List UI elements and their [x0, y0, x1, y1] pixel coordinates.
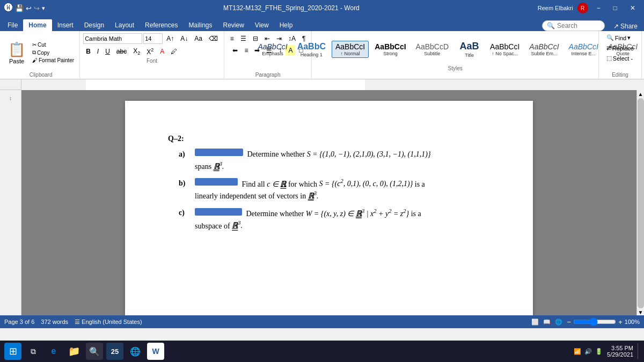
- share-label: Share: [620, 23, 638, 30]
- clipboard-group-label: Clipboard: [30, 72, 53, 79]
- svg-rect-1: [86, 79, 365, 90]
- style-heading1[interactable]: AaBbC Heading 1: [294, 40, 330, 58]
- zoom-slider[interactable]: [573, 317, 616, 326]
- tab-insert[interactable]: Insert: [52, 19, 79, 31]
- right-scrollbar[interactable]: ▲ ▼: [636, 90, 644, 315]
- style-strong-preview: AaBbCcI: [375, 42, 406, 51]
- cut-button[interactable]: ✂ Cut: [30, 41, 76, 48]
- superscript-button[interactable]: X2: [144, 46, 156, 57]
- bullets-button[interactable]: ≡: [228, 33, 237, 44]
- style-normal-preview: AaBbCcI: [335, 42, 365, 51]
- align-center-button[interactable]: ≡: [241, 45, 251, 56]
- scroll-thumb[interactable]: [638, 98, 644, 308]
- language-indicator: ☰ English (United States): [75, 319, 142, 326]
- tab-design[interactable]: Design: [79, 19, 109, 31]
- quick-access-redo[interactable]: ↪: [34, 4, 40, 12]
- strikethrough-button[interactable]: abc: [114, 46, 129, 57]
- subscript-button[interactable]: X2: [130, 46, 143, 57]
- view-normal-icon[interactable]: ⬜: [531, 319, 539, 326]
- style-normal[interactable]: AaBbCcI ↑ Normal: [332, 41, 369, 58]
- horizontal-ruler: [21, 79, 644, 90]
- tab-layout[interactable]: Layout: [109, 19, 140, 31]
- search-input[interactable]: [557, 22, 600, 29]
- font-name-input[interactable]: [83, 33, 142, 44]
- item-b-highlight: [195, 178, 238, 186]
- scroll-up-button[interactable]: ▲: [638, 91, 643, 97]
- format-painter-button[interactable]: 🖌 Format Painter: [30, 57, 76, 64]
- tab-file[interactable]: File: [2, 19, 23, 31]
- style-subtitle[interactable]: AaBbCcD Subtitle: [412, 41, 452, 58]
- styles-scroll: AaBbCcI Emphasis AaBbC Heading 1 AaBbCcI…: [254, 33, 644, 65]
- ribbon-tabs: File Home Insert Design Layout Reference…: [0, 16, 644, 31]
- find-icon: 🔍: [606, 34, 614, 41]
- style-no-spacing[interactable]: AaBbCcI ↑ No Spac...: [486, 41, 523, 58]
- shrink-font-button[interactable]: A↓: [178, 33, 191, 44]
- question-items: a) Determine whether S = {(1,0, −1), (2,…: [168, 149, 490, 231]
- find-button[interactable]: 🔍 Find ▾: [604, 33, 636, 42]
- document-area[interactable]: Q–2: a) Determine whether S = {(1,0, −1)…: [21, 90, 636, 315]
- select-label: Select -: [613, 55, 633, 62]
- clear-format-button[interactable]: ⌫: [206, 33, 221, 44]
- copy-button[interactable]: ⧉ Copy: [30, 49, 76, 56]
- select-button[interactable]: ⬚ Select -: [604, 54, 636, 63]
- bold-button[interactable]: B: [83, 46, 93, 57]
- style-subtle-em-preview: AaBbCcI: [529, 42, 559, 51]
- style-subtitle-label: Subtitle: [424, 51, 440, 56]
- underline-button[interactable]: U: [103, 46, 113, 57]
- document-title: MT132-M132_FTHE_Spring_2020-2021 - Word: [223, 4, 360, 12]
- tab-help[interactable]: Help: [274, 19, 298, 31]
- word-logo-icon: 🅦: [4, 3, 13, 13]
- view-reading-icon[interactable]: 📖: [543, 319, 551, 326]
- left-sidebar: ↕: [0, 90, 21, 315]
- item-a-label: a): [179, 149, 195, 160]
- minimize-button[interactable]: −: [592, 3, 605, 13]
- share-icon: ↗: [613, 23, 619, 30]
- style-emphasis[interactable]: AaBbCcI Emphasis: [254, 41, 291, 58]
- style-title[interactable]: AaB Title: [455, 39, 484, 60]
- font-color-button[interactable]: A: [157, 46, 167, 57]
- title-bar: 🅦 💾 ↩ ↪ ▾ MT132-M132_FTHE_Spring_2020-20…: [0, 0, 644, 16]
- ruler-svg: [21, 79, 644, 90]
- item-a-math2: ℝ3.: [214, 162, 224, 171]
- zoom-plus-button[interactable]: +: [618, 318, 623, 326]
- highlight-button[interactable]: 🖊: [168, 46, 180, 57]
- item-c-math2: ℝ3.: [232, 221, 243, 230]
- close-button[interactable]: ✕: [626, 3, 640, 13]
- item-a-text: Determine whether S = {(1,0, −1), (2,1,0…: [195, 149, 490, 172]
- tab-review[interactable]: Review: [217, 19, 249, 31]
- italic-button[interactable]: I: [94, 46, 101, 57]
- tab-view[interactable]: View: [250, 19, 274, 31]
- font-size-input[interactable]: [143, 33, 163, 44]
- share-button[interactable]: ↗ Share: [609, 21, 642, 31]
- quick-access-save[interactable]: 💾: [15, 4, 24, 12]
- zoom-minus-button[interactable]: −: [567, 318, 571, 326]
- style-intense-e[interactable]: AaBbCcI Intense E...: [565, 41, 602, 58]
- paste-button[interactable]: 📋 Paste: [5, 40, 28, 66]
- quick-access-undo[interactable]: ↩: [26, 4, 32, 12]
- numbering-button[interactable]: ☰: [238, 33, 249, 44]
- clipboard-group: 📋 Paste ✂ Cut ⧉ Copy 🖌 Format Painter Cl…: [2, 31, 80, 79]
- find-label: Find: [615, 35, 626, 41]
- tab-home[interactable]: Home: [23, 19, 52, 31]
- tab-mailings[interactable]: Mailings: [183, 19, 217, 31]
- grow-font-button[interactable]: A↑: [164, 33, 177, 44]
- status-bar: Page 3 of 6 372 words ☰ English (United …: [0, 315, 644, 328]
- search-box[interactable]: 🔍: [542, 20, 605, 31]
- style-strong[interactable]: AaBbCcI Strong: [371, 41, 409, 58]
- style-strong-label: Strong: [383, 51, 398, 56]
- copy-label: Copy: [37, 50, 49, 56]
- item-c-is-a: is a: [411, 210, 421, 218]
- question-title: Q–2:: [168, 133, 490, 144]
- view-web-icon[interactable]: 🌐: [555, 319, 562, 326]
- item-c-math1: W = {(x, y, z) ∈ ℝ3 | x2 + y2 = z2}: [306, 210, 409, 218]
- style-subtle-em-label: Subtle Em...: [531, 51, 557, 56]
- styles-group: AaBbCcI Emphasis AaBbC Heading 1 AaBbCcI…: [312, 31, 599, 79]
- replace-button[interactable]: ⇄ Replace: [604, 43, 636, 53]
- tab-references[interactable]: References: [140, 19, 183, 31]
- maximize-button[interactable]: □: [609, 3, 621, 13]
- style-intense-e-label: Intense E...: [571, 51, 596, 56]
- scroll-down-button[interactable]: ▼: [638, 309, 643, 315]
- style-subtle-em[interactable]: AaBbCcI Subtle Em...: [525, 41, 562, 58]
- align-left-button[interactable]: ⬅: [230, 45, 240, 56]
- change-case-button[interactable]: Aa: [192, 33, 205, 44]
